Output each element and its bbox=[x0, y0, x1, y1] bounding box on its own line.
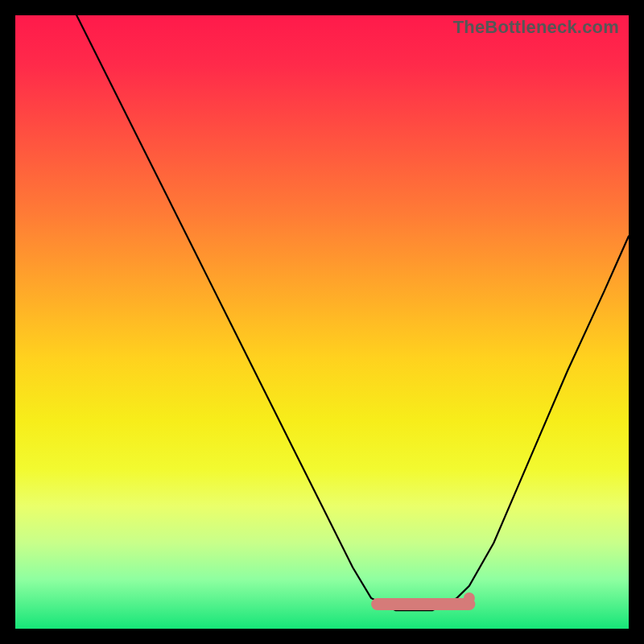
watermark-text: TheBottleneck.com bbox=[453, 17, 619, 38]
chart-frame: TheBottleneck.com bbox=[0, 0, 644, 644]
bottleneck-curve-line bbox=[76, 15, 629, 610]
sweet-spot-marker bbox=[464, 592, 475, 604]
chart-svg bbox=[15, 15, 629, 629]
chart-plot-area: TheBottleneck.com bbox=[15, 15, 629, 629]
